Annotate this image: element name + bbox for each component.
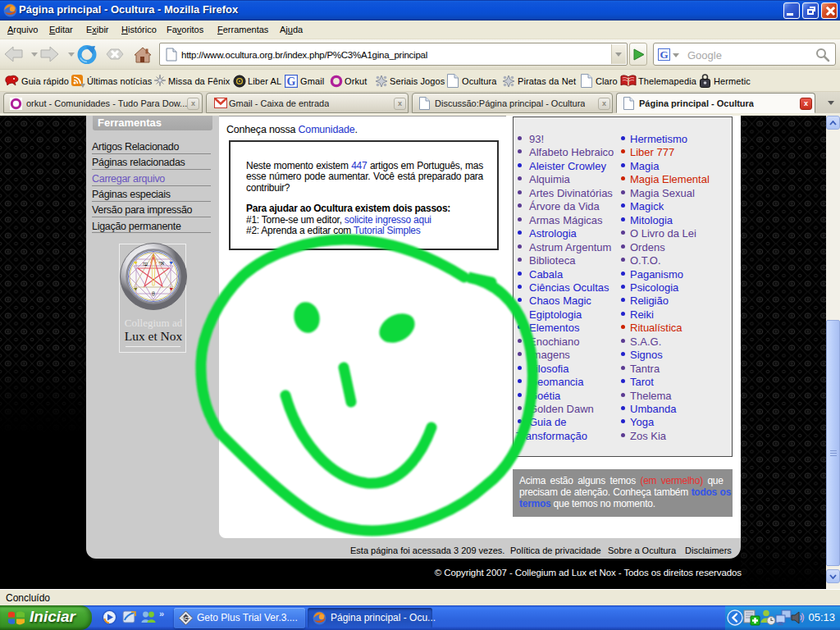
svg-text:G: G bbox=[287, 75, 296, 88]
svg-text:ACT: ACT bbox=[181, 616, 189, 621]
svg-text:G: G bbox=[660, 48, 668, 61]
